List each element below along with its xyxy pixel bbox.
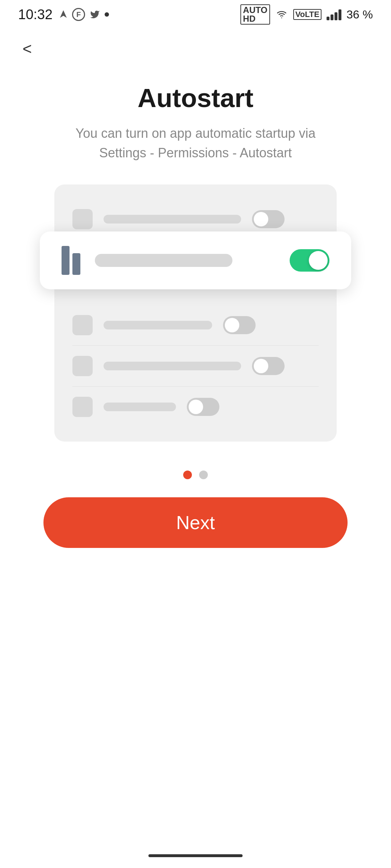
next-button[interactable]: Next <box>43 497 348 548</box>
row-icon-5 <box>72 397 93 417</box>
settings-row-3 <box>72 305 319 346</box>
battery-text: 36 % <box>346 8 373 21</box>
notification-dot-icon <box>105 12 109 17</box>
row-icon-4 <box>72 356 93 376</box>
status-left: 10:32 F <box>18 7 109 22</box>
row-text-1 <box>104 215 241 224</box>
next-button-label: Next <box>176 512 215 533</box>
page-subtitle: You can turn on app automatic startup vi… <box>69 124 322 163</box>
row-text-5 <box>104 403 176 411</box>
home-indicator <box>148 854 243 857</box>
settings-panel-background <box>54 184 337 442</box>
main-content: Autostart You can turn on app automatic … <box>0 61 391 570</box>
pagination-dots <box>183 471 208 479</box>
f-circle-icon: F <box>72 8 85 21</box>
pagination-dot-1 <box>183 471 192 479</box>
lte-icon: VoLTE <box>293 9 321 20</box>
signal-bars-icon <box>327 9 341 20</box>
settings-row-4 <box>72 346 319 387</box>
autohd-icon: AUTOHD <box>240 4 270 25</box>
bottom-spacer <box>0 570 391 854</box>
navigation-arrow-icon <box>58 9 68 20</box>
status-bar: 10:32 F AUTOHD VoLTE <box>0 0 391 29</box>
app-logo-icon <box>62 246 80 275</box>
row-text-4 <box>104 362 241 370</box>
back-arrow-icon: < <box>22 41 32 57</box>
row-icon-3 <box>72 315 93 335</box>
page-title: Autostart <box>138 83 253 113</box>
wifi-icon <box>275 9 288 20</box>
twitter-icon <box>89 9 101 20</box>
card-app-name-placeholder <box>95 254 232 267</box>
row-text-3 <box>104 321 212 329</box>
status-right: AUTOHD VoLTE 36 % <box>240 4 373 25</box>
toggle-on-highlighted[interactable] <box>290 249 329 272</box>
highlighted-autostart-card <box>40 231 351 289</box>
row-icon-1 <box>72 209 93 229</box>
toggle-off-3 <box>223 316 256 334</box>
status-time: 10:32 <box>18 7 52 22</box>
toggle-off-5 <box>187 398 219 416</box>
back-button[interactable]: < <box>14 36 40 61</box>
svg-point-0 <box>281 17 282 18</box>
toggle-off-4 <box>252 357 285 375</box>
illustration-container <box>54 184 337 442</box>
logo-bar-left <box>62 246 70 275</box>
status-icons-left: F <box>58 8 109 21</box>
toggle-off-1 <box>252 210 285 228</box>
logo-bar-right <box>72 253 80 275</box>
settings-row-5 <box>72 387 319 427</box>
pagination-dot-2 <box>199 471 208 479</box>
